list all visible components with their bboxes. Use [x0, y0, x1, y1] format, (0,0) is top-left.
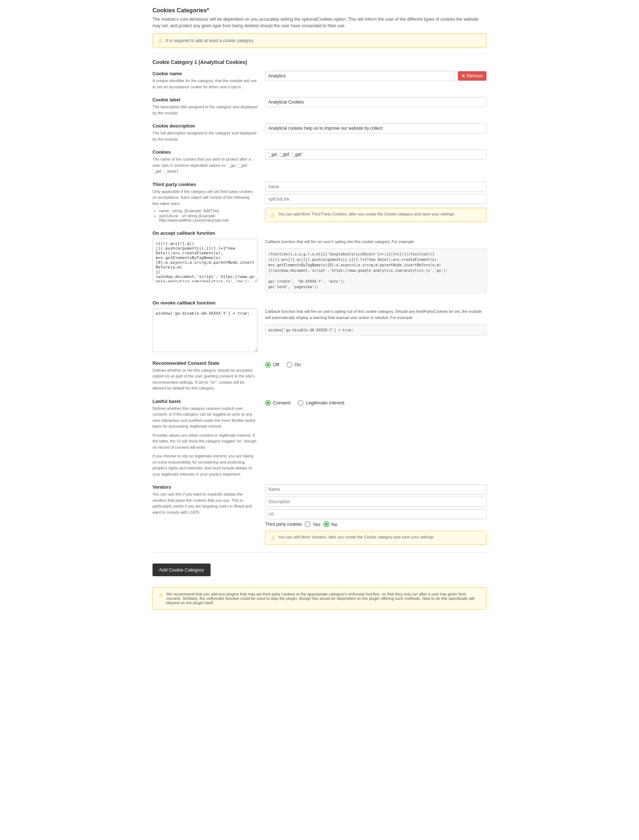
cookie-label-input[interactable]: Analytical Cookies — [265, 97, 486, 107]
third-party-info-alert: ⚠ You can add More Third Party Cookies, … — [265, 208, 486, 222]
on-accept-right: Callback function that will fire on user… — [265, 239, 486, 293]
cookie-name-input-group: Analytics ✕ Remove — [265, 71, 486, 81]
cookie-description-desc: The full description assigned to the cat… — [153, 130, 258, 142]
on-accept-textarea[interactable]: (i[r].q=i[r].q||[]).push(arguments)},i[r… — [153, 239, 258, 282]
cookie-description-field-row: Cookie description The full description … — [153, 123, 486, 142]
recommended-consent-desc: Defines whether or not this category sho… — [153, 367, 258, 391]
cookie-name-field-left: Cookie name A unique identifier for the … — [153, 71, 258, 90]
third-party-field-left: Third party cookies Only applicable if t… — [153, 182, 258, 223]
third-party-label: Third party cookies — [153, 182, 258, 187]
third-party-field-row: Third party cookies Only applicable if t… — [153, 182, 486, 223]
remove-button[interactable]: ✕ Remove — [458, 71, 486, 81]
cookie-description-field-right: Analytical cookies help us to improve ou… — [265, 123, 486, 133]
cookie-name-input[interactable]: Analytics — [265, 71, 455, 81]
cookies-field-left: Cookies The name of the cookies that you… — [153, 149, 258, 174]
vendors-radio-no-item[interactable]: No — [323, 521, 338, 527]
cookies-input[interactable]: '_ga', '_gid', '_gat' — [265, 149, 486, 159]
radio-off-label: Off — [273, 362, 279, 367]
section-title: Cookies Categories* — [153, 7, 486, 14]
recommended-consent-field-left: Recommended Consent State Defines whethe… — [153, 360, 258, 391]
third-party-name-input[interactable] — [265, 182, 486, 192]
alert-warning: ⚠ It is required to add at least a cooki… — [153, 33, 486, 48]
third-party-field-right: ⚠ You can add More Third Party Cookies, … — [265, 182, 486, 222]
cookie-name-field-right: Analytics ✕ Remove — [265, 71, 486, 81]
on-revoke-row: window['ga-disable-UA-XXXXX-Y'] = true; … — [153, 308, 486, 353]
section-subtitle: The module's core behaviour will be depe… — [153, 16, 486, 29]
radio-legitimate-item[interactable]: Legitimate interest — [298, 400, 344, 406]
on-accept-title: On accept callback function — [153, 230, 486, 236]
on-revoke-right: Callback function that will fire on user… — [265, 308, 486, 336]
on-accept-left: (i[r].q=i[r].q||[]).push(arguments)},i[r… — [153, 239, 258, 284]
recommended-consent-field-right: Off On — [265, 360, 486, 368]
third-party-bullets: name : string, (Example: AddThis) optOut… — [153, 209, 258, 222]
on-accept-section: On accept callback function (i[r].q=i[r]… — [153, 230, 486, 293]
third-party-desc: Only applicable if the category will set… — [153, 188, 258, 207]
footer-notice: ⚠ We recommend that you add any plugins … — [153, 587, 486, 610]
recommended-consent-label: Recommended Consent State — [153, 360, 258, 366]
vendors-field-row: Vendors You can use this if you want to … — [153, 484, 486, 545]
vendors-description-input[interactable] — [265, 497, 486, 507]
info-icon: ⚠ — [270, 212, 275, 218]
radio-off-circle — [265, 362, 271, 368]
lawful-basis-desc2: Possible values are either consent or le… — [153, 432, 258, 451]
cookies-field-right: '_ga', '_gid', '_gat' — [265, 149, 486, 159]
cookie-description-label: Cookie description — [153, 123, 258, 129]
cookies-desc: The name of the cookies that you wish to… — [153, 156, 258, 174]
vendors-info-icon: ⚠ — [270, 535, 275, 541]
lawful-basis-desc1: Defines whether this category requires e… — [153, 405, 258, 429]
vendors-field-right: Third party cookies Yes No ⚠ You can add… — [265, 484, 486, 545]
on-revoke-section: On revoke callback function window['ga-d… — [153, 300, 486, 353]
cookie-label-field-right: Analytical Cookies — [265, 97, 486, 107]
cookies-field-row: Cookies The name of the cookies that you… — [153, 149, 486, 174]
bullet-item-optoutlink: optOutLink : url string (Example: http:/… — [159, 214, 258, 222]
vendors-url-input[interactable] — [265, 509, 486, 519]
cookie-name-label: Cookie name — [153, 71, 258, 76]
radio-consent-item[interactable]: Consent — [265, 400, 291, 406]
radio-consent-label: Consent — [273, 400, 291, 405]
vendors-radio-no-label: No — [332, 522, 338, 527]
vendors-info-alert: ⚠ You can add More Vendors, after you cr… — [265, 531, 486, 545]
remove-label: Remove — [467, 73, 483, 78]
bullet-item-name: name : string, (Example: AddThis) — [159, 209, 258, 213]
on-revoke-example: window['ga-disable-UA-XXXXX-Y'] = true; — [265, 324, 486, 336]
lawful-basis-field-right: Consent Legitimate interest — [265, 398, 486, 406]
vendors-radio-no-circle — [323, 521, 329, 527]
radio-off-item[interactable]: Off — [265, 362, 279, 368]
third-party-inputs — [265, 182, 486, 204]
radio-on-label: On — [294, 362, 300, 367]
vendors-label: Vendors — [153, 484, 258, 490]
third-party-optoutlink-input[interactable] — [265, 194, 486, 204]
vendors-field-left: Vendors You can use this if you want to … — [153, 484, 258, 515]
vendors-radio-yes-label: Yes — [313, 522, 320, 527]
on-revoke-textarea[interactable]: window['ga-disable-UA-XXXXX-Y'] = true; — [153, 308, 258, 352]
add-cookie-category-button[interactable]: Add Cookie Category — [153, 564, 211, 576]
footer-notice-text: We recommend that you add any plugins th… — [166, 592, 480, 605]
radio-legitimate-circle — [298, 400, 304, 406]
lawful-basis-field-row: Lawful basis Defines whether this catego… — [153, 398, 486, 477]
on-revoke-left: window['ga-disable-UA-XXXXX-Y'] = true; — [153, 308, 258, 353]
vendors-info-text: You can add More Vendors, after you crea… — [278, 535, 434, 539]
vendors-name-input[interactable] — [265, 484, 486, 494]
third-party-info-text: You can add More Third Party Cookies, af… — [278, 212, 454, 216]
section-divider — [153, 552, 486, 553]
on-accept-example: (function(i,s,o,g,r,a,m){i['GoogleAnalyt… — [265, 248, 486, 293]
cookie-label-desc: The descriptive title assigned to the ca… — [153, 104, 258, 116]
cookie-label-label: Cookie label — [153, 97, 258, 102]
radio-on-item[interactable]: On — [286, 362, 300, 368]
radio-legitimate-label: Legitimate interest — [306, 400, 344, 405]
warning-icon: ⚠ — [158, 37, 163, 44]
radio-consent-circle — [265, 400, 271, 406]
cookie-description-input[interactable]: Analytical cookies help us to improve ou… — [265, 123, 486, 133]
on-accept-right-text: Callback function that will fire on user… — [265, 239, 415, 244]
vendors-radio-yes-circle — [305, 521, 310, 527]
on-revoke-title: On revoke callback function — [153, 300, 486, 306]
vendors-radio-yes-item[interactable]: Yes — [305, 521, 320, 527]
footer-notice-icon: ⚠ — [159, 592, 164, 598]
vendors-desc: You can use this if you want to explicit… — [153, 491, 258, 515]
recommended-consent-field-row: Recommended Consent State Defines whethe… — [153, 360, 486, 391]
lawful-basis-radio-group: Consent Legitimate interest — [265, 400, 486, 406]
alert-warning-text: It is required to add at least a cookie … — [165, 38, 254, 43]
cookie-name-field-row: Cookie name A unique identifier for the … — [153, 71, 486, 90]
lawful-basis-desc3: If you choose to rely on legitimate inte… — [153, 453, 258, 477]
radio-on-circle — [286, 362, 292, 368]
